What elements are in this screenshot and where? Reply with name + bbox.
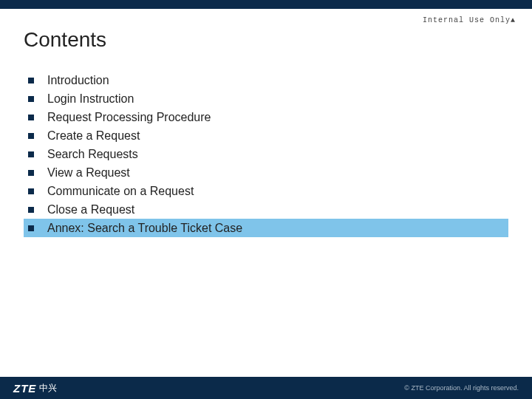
list-item-label: Communicate on a Request [47, 185, 194, 198]
list-item: Communicate on a Request [24, 182, 508, 200]
square-bullet-icon [28, 188, 34, 194]
list-item-label: Annex: Search a Trouble Ticket Case [47, 222, 242, 235]
list-item-label: Search Requests [47, 148, 138, 161]
square-bullet-icon [28, 151, 34, 157]
square-bullet-icon [28, 133, 34, 139]
square-bullet-icon [28, 225, 34, 231]
list-item: View a Request [24, 163, 508, 182]
logo-text: ZTE [13, 382, 36, 395]
list-item: Login Instruction [24, 89, 508, 108]
page-title: Contents [24, 28, 106, 52]
list-item-label: Close a Request [47, 203, 134, 216]
top-accent-bar [0, 0, 532, 9]
square-bullet-icon [28, 78, 34, 83]
list-item-label: Request Processing Procedure [47, 111, 211, 124]
slide: Internal Use Only▲ Contents Introduction… [0, 0, 532, 399]
list-item-label: Create a Request [47, 129, 140, 143]
list-item: Introduction [24, 71, 508, 89]
contents-list: IntroductionLogin InstructionRequest Pro… [24, 71, 508, 237]
list-item: Close a Request [24, 200, 508, 219]
list-item: Annex: Search a Trouble Ticket Case [24, 219, 508, 237]
footer-bar: ZTE 中兴 © ZTE Corporation. All rights res… [0, 377, 532, 399]
list-item-label: Introduction [47, 74, 109, 87]
list-item-label: Login Instruction [47, 92, 134, 106]
square-bullet-icon [28, 170, 34, 176]
logo-cn: 中兴 [39, 382, 57, 395]
footer-logo: ZTE 中兴 [13, 382, 57, 395]
list-item: Create a Request [24, 126, 508, 145]
footer-copyright: © ZTE Corporation. All rights reserved. [404, 384, 519, 392]
classification-label: Internal Use Only▲ [423, 16, 516, 24]
square-bullet-icon [28, 96, 34, 102]
square-bullet-icon [28, 115, 34, 120]
list-item: Request Processing Procedure [24, 108, 508, 126]
list-item-label: View a Request [47, 166, 130, 180]
list-item: Search Requests [24, 145, 508, 163]
square-bullet-icon [28, 207, 34, 213]
